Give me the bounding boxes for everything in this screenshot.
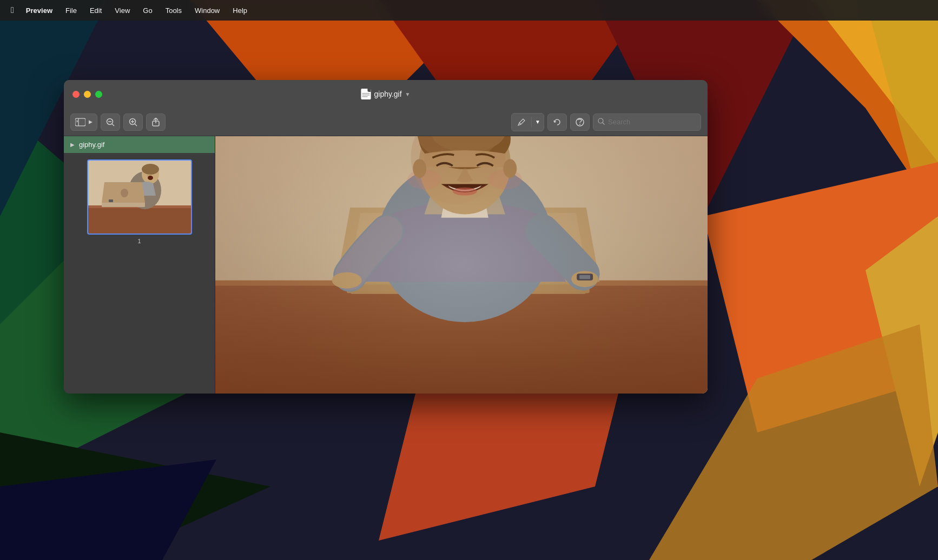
sidebar-thumbnails: 1 bbox=[64, 153, 215, 251]
title-dropdown-chevron[interactable]: ▼ bbox=[405, 91, 411, 97]
maximize-button[interactable] bbox=[95, 91, 102, 98]
svg-marker-26 bbox=[89, 120, 93, 124]
pen-tool-group: ▼ bbox=[511, 113, 544, 131]
svg-point-40 bbox=[598, 118, 603, 123]
share-button[interactable] bbox=[146, 114, 166, 131]
close-button[interactable] bbox=[72, 91, 80, 98]
toolbar: ▼ bbox=[64, 108, 708, 136]
file-type-icon bbox=[361, 89, 371, 99]
menu-bar:  Preview File Edit View Go Tools Window… bbox=[0, 0, 938, 21]
svg-line-24 bbox=[77, 121, 78, 122]
svg-rect-52 bbox=[109, 199, 113, 202]
title-bar-center: giphy.gif ▼ bbox=[361, 89, 410, 99]
menu-tools[interactable]: Tools bbox=[160, 4, 187, 17]
svg-rect-16 bbox=[361, 89, 371, 99]
svg-line-28 bbox=[112, 124, 114, 126]
svg-point-49 bbox=[148, 176, 153, 180]
thumbnail-image bbox=[88, 161, 191, 234]
svg-rect-78 bbox=[215, 136, 708, 394]
svg-line-36 bbox=[519, 123, 521, 124]
sidebar-arrow-icon: ▶ bbox=[70, 142, 75, 148]
svg-line-31 bbox=[135, 124, 137, 126]
main-image-display bbox=[215, 136, 708, 394]
search-icon bbox=[598, 118, 605, 126]
thumbnail-number: 1 bbox=[137, 238, 141, 244]
preview-window: giphy.gif ▼ bbox=[64, 80, 708, 394]
zoom-out-button[interactable] bbox=[101, 114, 120, 131]
svg-rect-20 bbox=[362, 96, 367, 97]
search-box[interactable] bbox=[593, 114, 701, 131]
traffic-lights bbox=[72, 91, 102, 98]
minimize-button[interactable] bbox=[84, 91, 91, 98]
menu-window[interactable]: Window bbox=[189, 4, 225, 17]
menu-edit[interactable]: Edit bbox=[84, 4, 107, 17]
menu-preview[interactable]: Preview bbox=[21, 4, 58, 17]
window-title: giphy.gif bbox=[374, 90, 401, 98]
sidebar-file-header[interactable]: ▶ giphy.gif bbox=[64, 136, 215, 153]
sidebar-panel: ▶ giphy.gif bbox=[64, 136, 215, 394]
svg-marker-17 bbox=[367, 89, 371, 92]
svg-rect-50 bbox=[102, 203, 145, 207]
menu-file[interactable]: File bbox=[60, 4, 82, 17]
search-input[interactable] bbox=[608, 118, 696, 126]
sidebar-toggle-button[interactable] bbox=[70, 114, 97, 131]
svg-rect-19 bbox=[362, 95, 369, 96]
svg-point-51 bbox=[121, 189, 128, 197]
menu-help[interactable]: Help bbox=[227, 4, 253, 17]
svg-line-41 bbox=[603, 123, 605, 125]
zoom-in-button[interactable] bbox=[123, 114, 143, 131]
title-bar: giphy.gif ▼ bbox=[64, 80, 708, 108]
rotate-button[interactable] bbox=[547, 114, 567, 131]
pen-dropdown-button[interactable]: ▼ bbox=[532, 114, 544, 131]
svg-point-47 bbox=[142, 164, 159, 175]
pen-tool-button[interactable] bbox=[512, 114, 531, 131]
thumbnail-item-1[interactable] bbox=[87, 159, 192, 235]
svg-point-39 bbox=[579, 124, 580, 125]
menu-view[interactable]: View bbox=[109, 4, 135, 17]
apple-menu[interactable]:  bbox=[6, 5, 18, 15]
image-view-area bbox=[215, 136, 708, 394]
svg-rect-18 bbox=[362, 93, 369, 94]
sidebar-filename: giphy.gif bbox=[79, 141, 104, 149]
main-content: ▶ giphy.gif bbox=[64, 136, 708, 394]
svg-rect-43 bbox=[88, 206, 191, 234]
markup-button[interactable] bbox=[570, 114, 590, 131]
menu-go[interactable]: Go bbox=[137, 4, 157, 17]
